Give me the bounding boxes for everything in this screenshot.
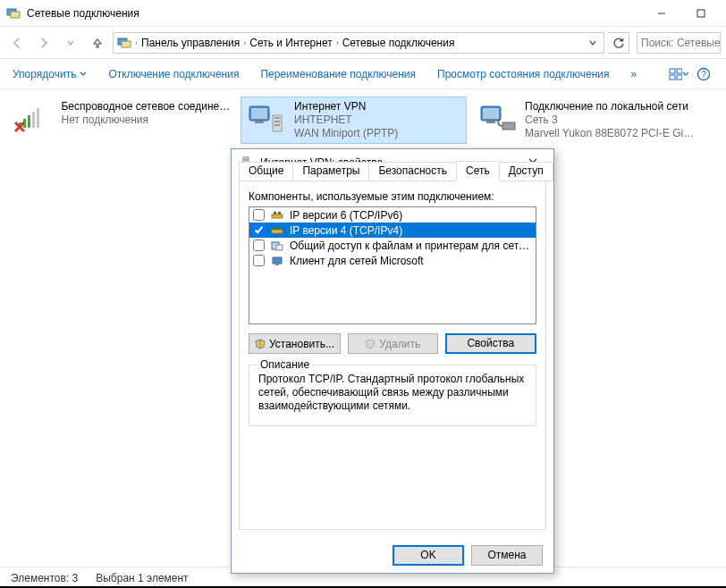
connection-detail: WAN Miniport (PPTP) — [294, 127, 398, 140]
svg-rect-38 — [276, 245, 283, 250]
connection-item-lan[interactable]: Подключение по локальной сети Сеть 3 Mar… — [472, 97, 698, 144]
breadcrumb-network-connections[interactable]: Сетевые подключения — [342, 37, 455, 49]
shield-icon — [255, 339, 266, 349]
address-root-icon — [117, 36, 131, 50]
disable-connection-button[interactable]: Отключение подключения — [108, 68, 239, 80]
component-checkbox[interactable] — [253, 224, 265, 236]
chevron-right-icon[interactable]: › — [336, 38, 339, 47]
chevron-down-icon — [80, 71, 87, 78]
connection-name: Беспроводное сетевое соединение — [61, 100, 232, 113]
connections-area: Беспроводное сетевое соединение Нет подк… — [0, 89, 726, 151]
description-text: Протокол TCP/IP. Стандартный протокол гл… — [258, 373, 527, 413]
svg-rect-9 — [677, 75, 682, 80]
protocol-icon — [270, 224, 284, 237]
properties-button[interactable]: Свойства — [445, 333, 537, 354]
forward-button[interactable] — [32, 31, 55, 55]
connection-status: Сеть 3 — [525, 113, 695, 127]
status-item-count: Элементов: 3 — [11, 572, 78, 584]
organize-label: Упорядочить — [13, 68, 76, 80]
status-selection: Выбран 1 элемент — [96, 572, 188, 584]
component-item-ipv4[interactable]: IP версии 4 (TCP/IPv4) — [249, 223, 536, 238]
cancel-button[interactable]: Отмена — [471, 545, 543, 566]
search-placeholder: Поиск: Сетевые подключения — [641, 37, 721, 49]
organize-menu[interactable]: Упорядочить — [13, 68, 87, 80]
properties-dialog: Интернет VPN: свойства Общие Параметры Б… — [231, 148, 554, 574]
component-item-file-print-sharing[interactable]: Общий доступ к файлам и принтерам для се… — [249, 238, 536, 253]
components-listbox[interactable]: IP версии 6 (TCP/IPv6) IP версии 4 (TCP/… — [249, 206, 536, 324]
refresh-button[interactable] — [608, 32, 629, 54]
view-status-button[interactable]: Просмотр состояния подключения — [437, 68, 609, 80]
ok-button[interactable]: OK — [393, 545, 464, 566]
shield-icon — [365, 339, 376, 349]
properties-label: Свойства — [467, 335, 514, 352]
rename-connection-button[interactable]: Переименование подключения — [260, 68, 416, 80]
chevron-right-icon[interactable]: › — [243, 38, 246, 47]
install-label: Установить... — [269, 338, 334, 350]
component-label: Общий доступ к файлам и принтерам для се… — [290, 239, 532, 252]
minimize-button[interactable] — [642, 1, 681, 26]
tab-security[interactable]: Безопасность — [368, 162, 457, 181]
navigation-bar: › Панель управления › Сеть и Интернет › … — [0, 27, 726, 59]
breadcrumb-control-panel[interactable]: Панель управления — [141, 37, 240, 49]
uninstall-label: Удалить — [379, 338, 420, 350]
component-label: Клиент для сетей Microsoft — [290, 255, 532, 267]
svg-rect-7 — [677, 69, 682, 73]
maximize-button[interactable] — [681, 1, 721, 26]
chevron-down-icon — [682, 71, 688, 78]
svg-text:?: ? — [701, 70, 706, 80]
recent-locations-button[interactable] — [59, 31, 82, 55]
components-label: Компоненты, используемые этим подключени… — [249, 190, 536, 203]
dialog-tabs: Общие Параметры Безопасность Сеть Доступ — [239, 161, 553, 181]
component-checkbox[interactable] — [253, 209, 265, 221]
svg-rect-18 — [251, 108, 267, 119]
command-toolbar: Упорядочить Отключение подключения Переи… — [0, 59, 726, 89]
up-button[interactable] — [86, 31, 109, 55]
address-bar[interactable]: › Панель управления › Сеть и Интернет › … — [113, 32, 604, 54]
search-input[interactable]: Поиск: Сетевые подключения — [637, 32, 721, 54]
tab-parameters[interactable]: Параметры — [292, 162, 369, 181]
description-groupbox: Описание Протокол TCP/IP. Стандартный пр… — [249, 365, 536, 426]
connection-item-vpn[interactable]: Интернет VPN ИНТЕРНЕТ WAN Miniport (PPTP… — [241, 97, 467, 144]
view-options-button[interactable] — [669, 64, 688, 84]
install-button[interactable]: Установить... — [249, 333, 341, 354]
svg-rect-35 — [274, 227, 276, 230]
svg-rect-5 — [122, 41, 131, 47]
description-label: Описание — [257, 358, 313, 371]
tab-general[interactable]: Общие — [239, 162, 293, 181]
component-label: IP версии 6 (TCP/IPv6) — [290, 209, 532, 222]
back-button[interactable] — [5, 31, 29, 55]
svg-rect-19 — [255, 121, 264, 123]
dialog-footer: OK Отмена — [232, 537, 553, 573]
svg-rect-27 — [502, 122, 515, 130]
tab-network[interactable]: Сеть — [456, 161, 500, 181]
svg-rect-15 — [32, 112, 35, 128]
component-buttons-row: Установить... Удалить Свойства — [249, 333, 536, 354]
protocol-icon — [270, 209, 284, 222]
svg-rect-34 — [272, 230, 283, 233]
component-checkbox[interactable] — [253, 255, 265, 266]
connection-detail: Marvell Yukon 88E8072 PCI-E Gig... — [525, 127, 695, 140]
svg-rect-33 — [278, 212, 281, 214]
component-item-ms-client[interactable]: Клиент для сетей Microsoft — [249, 253, 536, 268]
connection-status: ИНТЕРНЕТ — [294, 113, 398, 127]
connection-item-wireless[interactable]: Беспроводное сетевое соединение Нет подк… — [9, 97, 235, 141]
svg-rect-26 — [486, 121, 495, 123]
chevron-right-icon[interactable]: › — [135, 38, 138, 47]
svg-rect-22 — [274, 121, 280, 122]
window-titlebar: Сетевые подключения — [0, 0, 726, 27]
svg-rect-1 — [11, 12, 20, 18]
client-icon — [270, 255, 284, 267]
component-checkbox[interactable] — [253, 239, 265, 251]
svg-rect-36 — [278, 227, 281, 230]
breadcrumb-network-internet[interactable]: Сеть и Интернет — [249, 37, 332, 49]
uninstall-button: Удалить — [348, 333, 438, 354]
svg-rect-31 — [272, 214, 283, 218]
svg-rect-40 — [275, 264, 279, 265]
address-dropdown-button[interactable] — [586, 39, 600, 46]
svg-rect-3 — [697, 10, 705, 17]
tab-access[interactable]: Доступ — [499, 162, 553, 181]
vpn-icon — [244, 100, 287, 138]
help-button[interactable]: ? — [694, 64, 713, 84]
svg-rect-25 — [483, 108, 499, 119]
component-item-ipv6[interactable]: IP версии 6 (TCP/IPv6) — [249, 207, 536, 223]
